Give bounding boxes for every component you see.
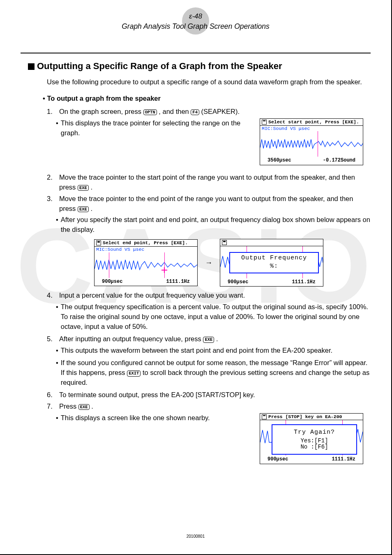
step-3: 3. Move the trace pointer to the end poi… [47,194,371,214]
page-header-title: Graph Analysis Tool Graph Screen Operati… [21,22,371,31]
step4-bullet-text: The output frequency specification is a … [61,302,371,332]
calc-screen-3: Output Frequency %: 900μsec 1111.1Hz [220,239,323,287]
step5-text-a: After inputting an output frequency valu… [59,335,203,342]
key-optn: OPTN [143,109,157,116]
step3-bullet-text: After you specify the start point and en… [61,215,371,235]
try-again-title: Try Again? [272,429,356,436]
screen1-label: MIC:Sound VS μsec [260,126,363,132]
step6-text: To terminate sound output, press the EA-… [59,390,371,400]
screen4-plot: Try Again? Yes:[F1] No :[F6] [260,420,363,456]
screen2-plot [95,252,197,278]
footer-number: 20100801 [187,534,205,539]
trace-pointer [318,131,318,157]
intro-text: Use the following procedure to output a … [47,77,371,87]
step-1: 1. On the graph screen, press OPTN , and… [47,107,371,117]
dialog-title: Output Frequency [230,254,318,262]
step1-text-a: On the graph screen, press [59,108,143,115]
key-exe: EXE [203,337,214,343]
battery-icon [96,240,101,245]
page-header: ε-48 Graph Analysis Tool Graph Screen Op… [21,7,371,36]
step7-bullet: • This displays a screen like the one sh… [56,413,250,423]
step-4: 4. Input a percent value for the output … [47,291,371,301]
arrow-icon: → [205,257,212,268]
step3-text-b: . [90,205,92,212]
key-exe: EXE [78,206,89,213]
step1-bullet-text: This displays the trace pointer for sele… [61,118,250,138]
try-again-no: No :[F6] [272,444,356,450]
trace-pointer-start [109,252,109,278]
screen2-x: 900μsec [102,279,122,284]
screen2-header: Select end point, Press [EXE]. [103,240,188,246]
trace-pointer-end-cross [161,267,167,273]
step1-text-b: (SEAPKER). [201,108,240,115]
battery-icon [262,414,267,419]
key-exe: EXE [78,404,90,410]
screen4-y: 1111.1Hz [332,456,355,462]
try-again-yes: Yes:[F1] [272,438,356,444]
screen1-plot [260,131,363,157]
screen2-label: MIC:Sound VS μsec [95,247,197,252]
battery-icon [262,120,267,125]
square-bullet-icon [28,63,35,70]
step-number: 1. [47,107,56,117]
step3-bullet: • After you specify the start point and … [56,215,371,235]
step3-text-a: Move the trace pointer to the end point … [59,195,353,212]
step1-text-mid: , and then [159,108,191,115]
battery-icon [222,240,227,245]
step5-bullet-a-text: This outputs the waveform between the st… [61,346,332,356]
screen4-x: 900μsec [267,456,288,462]
key-exe: EXE [78,185,89,191]
trace-pointer-end-line [164,252,165,278]
step2-text-b: . [90,183,92,191]
step-5: 5. After inputting an output frequency v… [47,334,371,344]
sub-heading: • To output a graph from the speaker [43,94,371,104]
divider [21,53,371,53]
sub-heading-text: To output a graph from the speaker [47,95,161,102]
screen1-y: -0.172Sound [323,157,355,163]
step-2: 2. Move the trace pointer to the start p… [47,173,371,192]
screen1-x: 3560μsec [267,157,291,163]
step4-bullet: • The output frequency specification is … [56,302,371,332]
output-frequency-dialog: Output Frequency %: [229,252,319,273]
calc-screen-2: Select end point, Press [EXE]. MIC:Sound… [94,239,198,286]
step7-bullet-text: This displays a screen like the one show… [61,413,210,423]
screen3-y: 1111.1Hz [292,279,316,285]
page-number: ε-48 [21,12,371,21]
screen4-header: Press [STOP] key on EA-200 [268,414,342,420]
key-exit: EXIT [127,370,141,377]
step5-text-b: . [216,335,218,342]
step7-text-b: . [91,402,93,410]
try-again-dialog: Try Again? Yes:[F1] No :[F6] [272,424,357,455]
step5-bullet-a: • This outputs the waveform between the … [56,346,371,356]
dialog-percent-row: %: [230,263,318,270]
section-heading-text: Outputting a Specific Range of a Graph f… [37,61,282,72]
step7-text-a: Press [59,402,78,410]
screen3-plot: Output Frequency %: [220,246,323,278]
step-6: 6. To terminate sound output, press the … [47,390,371,400]
section-heading: Outputting a Specific Range of a Graph f… [28,61,371,72]
step2-text-a: Move the trace pointer to the start poin… [59,173,355,191]
step-7: 7. Press EXE . [47,402,371,412]
screen3-x: 900μsec [228,279,248,285]
screen2-y: 1111.1Hz [166,279,190,284]
step1-bullet: • This displays the trace pointer for se… [56,118,250,138]
step5-bullet-b: • If the sound you configured cannot be … [56,358,371,388]
calc-screen-1: Select start point, Press [EXE]. MIC:Sou… [260,118,363,165]
screen1-header: Select start point, Press [EXE]. [268,119,359,125]
key-f4: F4 [191,109,199,116]
calc-screen-4: Press [STOP] key on EA-200 Try Again? Ye… [260,413,363,464]
step4-text: Input a percent value for the output fre… [59,291,371,301]
